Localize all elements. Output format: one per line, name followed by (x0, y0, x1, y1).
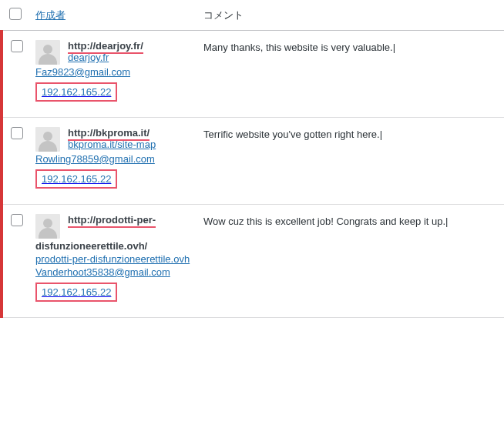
comments-table: 作成者 コメント http://dearjoy.fr/ dearjoy.fr (0, 0, 504, 318)
comment-row: http://bkproma.it/ bkproma.it/site-map R… (2, 118, 504, 205)
author-ip-link[interactable]: 192.162.165.22 (42, 173, 111, 185)
author-site-link[interactable]: prodotti-per-disfunzioneerettile.ovh (35, 253, 190, 265)
author-ip-link[interactable]: 192.162.165.22 (42, 86, 111, 98)
avatar (35, 127, 60, 152)
avatar (35, 40, 60, 65)
author-name: http://bkproma.it/ (68, 127, 156, 139)
author-email-link[interactable]: Vanderhoot35838@gmail.com (35, 266, 170, 278)
avatar (35, 214, 60, 239)
comment-text: Terrific website you've gotten right her… (203, 127, 498, 142)
comment-text: Wow cuz this is excellent job! Congrats … (203, 214, 498, 229)
author-ip-link[interactable]: 192.162.165.22 (42, 286, 111, 298)
author-ip-box: 192.162.165.22 (35, 169, 117, 189)
author-name: http://prodotti-per- (68, 214, 156, 226)
author-ip-box: 192.162.165.22 (35, 283, 117, 302)
author-name: http://dearjoy.fr/ (68, 40, 143, 52)
column-header-comment: コメント (203, 9, 244, 21)
comment-row: http://dearjoy.fr/ dearjoy.fr Faz9823@gm… (2, 31, 504, 118)
row-checkbox[interactable] (11, 127, 23, 139)
column-header-author[interactable]: 作成者 (35, 9, 66, 21)
author-email-link[interactable]: Rowling78859@gmail.com (35, 153, 155, 165)
row-checkbox[interactable] (11, 40, 23, 52)
author-name-cont: disfunzioneerettile.ovh/ (35, 240, 147, 252)
comment-text: Many thanks, this website is very valuab… (203, 40, 498, 55)
select-all-checkbox[interactable] (9, 8, 22, 20)
author-ip-box: 192.162.165.22 (35, 82, 117, 102)
row-checkbox[interactable] (11, 214, 23, 226)
author-email-link[interactable]: Faz9823@gmail.com (35, 66, 130, 78)
comment-row: http://prodotti-per- disfunzioneerettile… (2, 205, 504, 318)
